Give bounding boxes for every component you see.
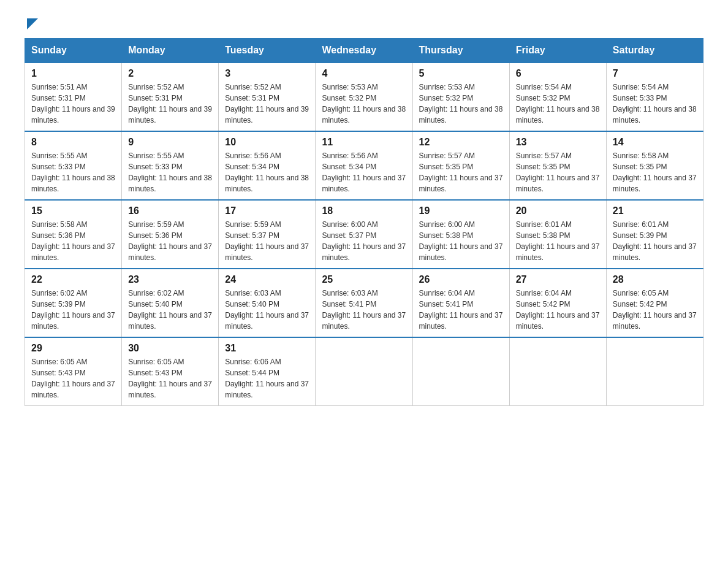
calendar-cell: 21Sunrise: 6:01 AMSunset: 5:39 PMDayligh… [606, 200, 703, 269]
calendar-cell: 23Sunrise: 6:02 AMSunset: 5:40 PMDayligh… [122, 269, 219, 337]
week-row-2: 8Sunrise: 5:55 AMSunset: 5:33 PMDaylight… [25, 131, 703, 200]
day-info: Sunrise: 5:57 AMSunset: 5:35 PMDaylight:… [419, 150, 503, 194]
day-number: 26 [419, 274, 503, 285]
calendar-cell [606, 337, 703, 406]
day-number: 1 [31, 68, 115, 79]
calendar-cell: 20Sunrise: 6:01 AMSunset: 5:38 PMDayligh… [509, 200, 606, 269]
calendar-cell: 22Sunrise: 6:02 AMSunset: 5:39 PMDayligh… [25, 269, 122, 337]
calendar-cell: 16Sunrise: 5:59 AMSunset: 5:36 PMDayligh… [122, 200, 219, 269]
day-number: 31 [225, 343, 309, 354]
day-number: 2 [128, 68, 212, 79]
day-info: Sunrise: 5:58 AMSunset: 5:36 PMDaylight:… [31, 219, 115, 263]
day-number: 29 [31, 343, 115, 354]
day-info: Sunrise: 6:00 AMSunset: 5:38 PMDaylight:… [419, 219, 503, 263]
day-number: 23 [128, 274, 212, 285]
calendar-cell: 3Sunrise: 5:52 AMSunset: 5:31 PMDaylight… [219, 63, 316, 131]
day-number: 3 [225, 68, 309, 79]
day-number: 30 [128, 343, 212, 354]
calendar-cell: 2Sunrise: 5:52 AMSunset: 5:31 PMDaylight… [122, 63, 219, 131]
day-number: 28 [613, 274, 697, 285]
calendar-cell: 10Sunrise: 5:56 AMSunset: 5:34 PMDayligh… [219, 131, 316, 200]
day-info: Sunrise: 5:51 AMSunset: 5:31 PMDaylight:… [31, 82, 115, 126]
calendar-cell: 14Sunrise: 5:58 AMSunset: 5:35 PMDayligh… [606, 131, 703, 200]
header-thursday: Thursday [412, 39, 509, 63]
day-info: Sunrise: 6:03 AMSunset: 5:40 PMDaylight:… [225, 288, 309, 332]
day-info: Sunrise: 5:52 AMSunset: 5:31 PMDaylight:… [128, 82, 212, 126]
day-info: Sunrise: 6:02 AMSunset: 5:40 PMDaylight:… [128, 288, 212, 332]
day-info: Sunrise: 5:55 AMSunset: 5:33 PMDaylight:… [128, 150, 212, 194]
day-number: 21 [613, 205, 697, 216]
calendar-cell: 24Sunrise: 6:03 AMSunset: 5:40 PMDayligh… [219, 269, 316, 337]
day-info: Sunrise: 6:02 AMSunset: 5:39 PMDaylight:… [31, 288, 115, 332]
calendar-cell: 6Sunrise: 5:54 AMSunset: 5:32 PMDaylight… [509, 63, 606, 131]
day-info: Sunrise: 6:04 AMSunset: 5:41 PMDaylight:… [419, 288, 503, 332]
day-number: 14 [613, 137, 697, 148]
day-info: Sunrise: 5:59 AMSunset: 5:37 PMDaylight:… [225, 219, 309, 263]
day-number: 9 [128, 137, 212, 148]
calendar-cell: 5Sunrise: 5:53 AMSunset: 5:32 PMDaylight… [412, 63, 509, 131]
day-number: 22 [31, 274, 115, 285]
day-number: 6 [516, 68, 600, 79]
day-info: Sunrise: 5:52 AMSunset: 5:31 PMDaylight:… [225, 82, 309, 126]
day-number: 24 [225, 274, 309, 285]
day-info: Sunrise: 5:58 AMSunset: 5:35 PMDaylight:… [613, 150, 697, 194]
calendar-cell: 17Sunrise: 5:59 AMSunset: 5:37 PMDayligh… [219, 200, 316, 269]
calendar-cell: 28Sunrise: 6:05 AMSunset: 5:42 PMDayligh… [606, 269, 703, 337]
day-number: 18 [322, 205, 406, 216]
day-number: 8 [31, 137, 115, 148]
day-info: Sunrise: 5:56 AMSunset: 5:34 PMDaylight:… [322, 150, 406, 194]
day-info: Sunrise: 6:05 AMSunset: 5:42 PMDaylight:… [613, 288, 697, 332]
calendar-cell: 31Sunrise: 6:06 AMSunset: 5:44 PMDayligh… [219, 337, 316, 406]
day-info: Sunrise: 6:01 AMSunset: 5:38 PMDaylight:… [516, 219, 600, 263]
header-monday: Monday [122, 39, 219, 63]
header-sunday: Sunday [25, 39, 122, 63]
calendar-cell [316, 337, 412, 406]
week-row-1: 1Sunrise: 5:51 AMSunset: 5:31 PMDaylight… [25, 63, 703, 131]
day-info: Sunrise: 6:03 AMSunset: 5:41 PMDaylight:… [322, 288, 406, 332]
day-number: 16 [128, 205, 212, 216]
week-row-3: 15Sunrise: 5:58 AMSunset: 5:36 PMDayligh… [25, 200, 703, 269]
day-info: Sunrise: 6:00 AMSunset: 5:37 PMDaylight:… [322, 219, 406, 263]
day-info: Sunrise: 6:05 AMSunset: 5:43 PMDaylight:… [31, 356, 115, 400]
calendar-cell: 9Sunrise: 5:55 AMSunset: 5:33 PMDaylight… [122, 131, 219, 200]
day-info: Sunrise: 5:53 AMSunset: 5:32 PMDaylight:… [419, 82, 503, 126]
calendar-cell: 13Sunrise: 5:57 AMSunset: 5:35 PMDayligh… [509, 131, 606, 200]
day-info: Sunrise: 5:56 AMSunset: 5:34 PMDaylight:… [225, 150, 309, 194]
week-row-4: 22Sunrise: 6:02 AMSunset: 5:39 PMDayligh… [25, 269, 703, 337]
calendar-cell: 12Sunrise: 5:57 AMSunset: 5:35 PMDayligh… [412, 131, 509, 200]
calendar-cell: 18Sunrise: 6:00 AMSunset: 5:37 PMDayligh… [316, 200, 412, 269]
day-number: 15 [31, 205, 115, 216]
day-info: Sunrise: 5:59 AMSunset: 5:36 PMDaylight:… [128, 219, 212, 263]
calendar-cell: 30Sunrise: 6:05 AMSunset: 5:43 PMDayligh… [122, 337, 219, 406]
page-header [25, 18, 703, 28]
day-number: 12 [419, 137, 503, 148]
day-number: 13 [516, 137, 600, 148]
day-info: Sunrise: 5:54 AMSunset: 5:33 PMDaylight:… [613, 82, 697, 126]
day-number: 7 [613, 68, 697, 79]
calendar-cell: 25Sunrise: 6:03 AMSunset: 5:41 PMDayligh… [316, 269, 412, 337]
calendar-cell: 19Sunrise: 6:00 AMSunset: 5:38 PMDayligh… [412, 200, 509, 269]
day-info: Sunrise: 5:55 AMSunset: 5:33 PMDaylight:… [31, 150, 115, 194]
day-number: 19 [419, 205, 503, 216]
calendar-cell: 26Sunrise: 6:04 AMSunset: 5:41 PMDayligh… [412, 269, 509, 337]
week-row-5: 29Sunrise: 6:05 AMSunset: 5:43 PMDayligh… [25, 337, 703, 406]
calendar-cell [412, 337, 509, 406]
calendar-cell: 8Sunrise: 5:55 AMSunset: 5:33 PMDaylight… [25, 131, 122, 200]
day-number: 17 [225, 205, 309, 216]
header-friday: Friday [509, 39, 606, 63]
calendar-cell: 4Sunrise: 5:53 AMSunset: 5:32 PMDaylight… [316, 63, 412, 131]
header-row: SundayMondayTuesdayWednesdayThursdayFrid… [25, 39, 703, 63]
day-number: 10 [225, 137, 309, 148]
calendar-cell [509, 337, 606, 406]
day-info: Sunrise: 6:01 AMSunset: 5:39 PMDaylight:… [613, 219, 697, 263]
calendar-cell: 29Sunrise: 6:05 AMSunset: 5:43 PMDayligh… [25, 337, 122, 406]
header-saturday: Saturday [606, 39, 703, 63]
calendar-table: SundayMondayTuesdayWednesdayThursdayFrid… [25, 38, 703, 406]
day-number: 4 [322, 68, 406, 79]
logo [25, 18, 38, 28]
day-number: 25 [322, 274, 406, 285]
calendar-cell: 11Sunrise: 5:56 AMSunset: 5:34 PMDayligh… [316, 131, 412, 200]
calendar-cell: 27Sunrise: 6:04 AMSunset: 5:42 PMDayligh… [509, 269, 606, 337]
logo-triangle-icon [27, 18, 38, 29]
day-info: Sunrise: 6:05 AMSunset: 5:43 PMDaylight:… [128, 356, 212, 400]
